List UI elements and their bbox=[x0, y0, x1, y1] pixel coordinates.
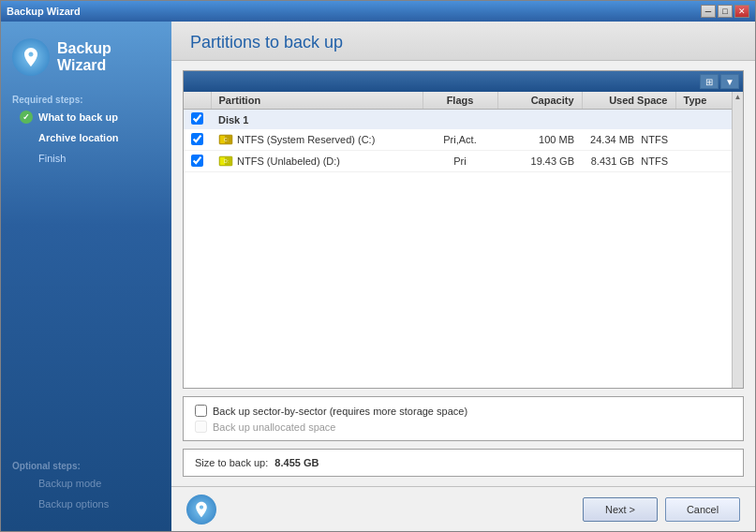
backup-wizard-window: Backup Wizard ─ □ ✕ Backup Wizard Requir… bbox=[0, 0, 756, 532]
partition1-capacity: 100 MB bbox=[497, 129, 582, 151]
sector-by-sector-checkbox[interactable] bbox=[195, 405, 207, 417]
disk1-checkbox[interactable] bbox=[191, 112, 203, 125]
partition2-icon: D: bbox=[218, 154, 233, 169]
optional-steps-title: Optional steps: bbox=[1, 457, 171, 473]
sidebar-item-backup-options[interactable]: Backup options bbox=[1, 494, 171, 514]
disk-group-row: Disk 1 bbox=[184, 110, 732, 130]
partition-table: Partition Flags Capacity Used Space Type bbox=[184, 92, 732, 388]
sector-by-sector-label: Back up sector-by-sector (requires more … bbox=[213, 406, 467, 417]
table-row: C: NTFS (System Reserved) (C:) Pri,Act. … bbox=[184, 129, 732, 151]
title-bar: Backup Wizard ─ □ ✕ bbox=[1, 1, 755, 22]
main-header: Partitions to back up bbox=[171, 22, 755, 61]
partition1-name: NTFS (System Reserved) (C:) bbox=[237, 134, 375, 145]
partition1-icon: C: bbox=[218, 132, 233, 147]
svg-text:D:: D: bbox=[224, 158, 229, 164]
sidebar-item-what-to-backup[interactable]: ✓ What to back up bbox=[1, 107, 171, 127]
partition2-check-cell bbox=[184, 151, 211, 172]
page-title: Partitions to back up bbox=[190, 33, 736, 52]
toolbar-icon-2[interactable]: ▼ bbox=[720, 74, 739, 89]
partition1-name-cell: C: NTFS (System Reserved) (C:) bbox=[211, 129, 422, 151]
disk-group-label: Disk 1 bbox=[211, 110, 732, 130]
required-steps-title: Required steps: bbox=[1, 91, 171, 107]
title-bar-buttons: ─ □ ✕ bbox=[701, 5, 749, 18]
footer-logo bbox=[186, 495, 216, 525]
partition1-check-cell bbox=[184, 129, 211, 151]
partition1-type bbox=[675, 129, 732, 151]
option-sector-by-sector: Back up sector-by-sector (requires more … bbox=[195, 405, 732, 417]
window-content: Backup Wizard Required steps: ✓ What to … bbox=[1, 22, 755, 531]
partition2-name: NTFS (Unlabeled) (D:) bbox=[237, 155, 340, 167]
size-value: 8.455 GB bbox=[274, 457, 319, 468]
sidebar-item-label-what-to-backup: What to back up bbox=[38, 111, 118, 123]
col-header-type: Type bbox=[675, 92, 732, 110]
main-content: Partitions to back up ⊞ ▼ bbox=[171, 22, 755, 531]
table-scroll-wrapper: Partition Flags Capacity Used Space Type bbox=[184, 92, 743, 388]
no-icon-backup-mode bbox=[20, 477, 33, 490]
partition1-name-wrapper: C: NTFS (System Reserved) (C:) bbox=[218, 132, 415, 147]
scroll-bar[interactable]: ▲ bbox=[732, 92, 743, 388]
no-icon-finish bbox=[20, 152, 33, 165]
main-body: ⊞ ▼ Partition Flags C bbox=[171, 61, 755, 486]
sidebar-item-label-backup-mode: Backup mode bbox=[38, 478, 101, 489]
sidebar-item-label-backup-options: Backup options bbox=[38, 498, 109, 510]
sidebar-item-backup-mode[interactable]: Backup mode bbox=[1, 473, 171, 494]
partition2-checkbox[interactable] bbox=[191, 155, 203, 167]
partitions-table-element: Partition Flags Capacity Used Space Type bbox=[184, 92, 732, 172]
partition2-name-wrapper: D: NTFS (Unlabeled) (D:) bbox=[218, 154, 415, 169]
completed-icon: ✓ bbox=[20, 111, 33, 124]
toolbar-icon-1[interactable]: ⊞ bbox=[700, 74, 719, 89]
minimize-button[interactable]: ─ bbox=[701, 5, 716, 18]
partition2-usedspace: 8.431 GB NTFS bbox=[582, 151, 675, 172]
sidebar-item-finish[interactable]: Finish bbox=[1, 148, 171, 169]
col-header-capacity: Capacity bbox=[497, 92, 582, 110]
col-header-usedspace: Used Space bbox=[582, 92, 675, 110]
unallocated-label: Back up unallocated space bbox=[213, 421, 335, 433]
partition2-type bbox=[675, 151, 732, 172]
footer: Next > Cancel bbox=[171, 486, 755, 531]
table-toolbar: ⊞ ▼ bbox=[184, 71, 743, 92]
unallocated-checkbox[interactable] bbox=[195, 421, 207, 433]
scroll-up-arrow[interactable]: ▲ bbox=[734, 93, 742, 101]
options-area: Back up sector-by-sector (requires more … bbox=[183, 396, 744, 441]
disk-group-check-cell bbox=[184, 110, 211, 130]
table-body: Disk 1 bbox=[184, 110, 732, 172]
svg-text:C:: C: bbox=[224, 137, 229, 142]
col-header-check bbox=[184, 92, 211, 110]
table-header-row: Partition Flags Capacity Used Space Type bbox=[184, 92, 732, 110]
col-header-flags: Flags bbox=[422, 92, 497, 110]
sidebar-item-archive-location[interactable]: Archive location bbox=[1, 127, 171, 148]
no-icon-archive bbox=[20, 131, 33, 144]
close-button[interactable]: ✕ bbox=[734, 5, 749, 18]
maximize-button[interactable]: □ bbox=[718, 5, 733, 18]
partition2-capacity: 19.43 GB bbox=[497, 151, 582, 172]
table-row: D: NTFS (Unlabeled) (D:) Pri 19.43 GB bbox=[184, 151, 732, 172]
size-area: Size to back up: 8.455 GB bbox=[183, 449, 744, 477]
no-icon-backup-options bbox=[20, 497, 33, 510]
size-label: Size to back up: bbox=[195, 457, 268, 468]
wizard-icon-svg bbox=[20, 46, 42, 68]
partition-table-container: ⊞ ▼ Partition Flags C bbox=[183, 70, 744, 389]
partition2-flags: Pri bbox=[422, 151, 497, 172]
sidebar-header: Backup Wizard bbox=[1, 31, 171, 91]
partition1-flags: Pri,Act. bbox=[422, 129, 497, 151]
sidebar-wizard-title: Backup Wizard bbox=[57, 40, 160, 74]
sidebar: Backup Wizard Required steps: ✓ What to … bbox=[1, 22, 171, 531]
partition1-checkbox[interactable] bbox=[191, 133, 203, 145]
sidebar-item-label-finish: Finish bbox=[38, 153, 66, 164]
sidebar-optional-section: Optional steps: Backup mode Backup optio… bbox=[1, 450, 171, 522]
cancel-button[interactable]: Cancel bbox=[665, 497, 740, 522]
sidebar-item-label-archive-location: Archive location bbox=[38, 132, 119, 143]
col-header-partition: Partition bbox=[211, 92, 422, 110]
partition1-usedspace: 24.34 MB NTFS bbox=[582, 129, 675, 151]
wizard-icon bbox=[12, 38, 50, 76]
title-bar-text: Backup Wizard bbox=[7, 6, 81, 17]
next-button[interactable]: Next > bbox=[583, 497, 658, 522]
option-unallocated: Back up unallocated space bbox=[195, 421, 732, 433]
partition2-name-cell: D: NTFS (Unlabeled) (D:) bbox=[211, 151, 422, 172]
footer-logo-icon bbox=[192, 500, 211, 519]
